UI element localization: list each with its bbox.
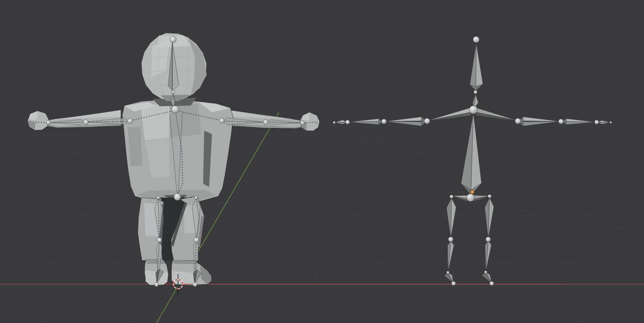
scene-shapes bbox=[0, 0, 644, 323]
joint-ball-toe-right bbox=[193, 282, 197, 287]
joint-ball-chest bbox=[172, 106, 179, 113]
joint-ball-head-top bbox=[170, 36, 176, 43]
armature2-joint-shoulder-right bbox=[515, 118, 521, 124]
armature2-joint-shoulder-left bbox=[424, 118, 430, 124]
armature2-joint-toe-left bbox=[451, 281, 456, 286]
joint-ball-neck bbox=[172, 91, 175, 94]
joint-ball-elbow-left bbox=[83, 120, 88, 125]
armature2-joint-chest bbox=[469, 106, 478, 114]
joint-ball-toe-left bbox=[154, 282, 159, 287]
joint-ball-hip-left bbox=[157, 196, 160, 199]
joint-ball-elbow-right bbox=[263, 120, 268, 125]
joint-ball-shoulder-right bbox=[219, 118, 224, 123]
joint-ball-hand-tip-right bbox=[316, 121, 318, 124]
armature2-joint-neck bbox=[474, 90, 477, 94]
joint-ball-hand-tip-left bbox=[34, 121, 36, 123]
joint-ball-shoulder-left bbox=[128, 119, 132, 124]
armature2-joint-head-top bbox=[473, 36, 479, 43]
joint-ball-wrist-left bbox=[46, 120, 51, 125]
blender-3d-viewport[interactable] bbox=[0, 0, 644, 323]
scene-svg bbox=[0, 0, 644, 323]
armature2-joint-ankle-left bbox=[447, 271, 449, 274]
armature2-joint-hip-right bbox=[488, 195, 491, 198]
armature2-joint-knee-right bbox=[486, 237, 491, 242]
joint-ball-wrist-right bbox=[300, 121, 305, 125]
armature2-joint-toe-right bbox=[490, 281, 494, 286]
joint-ball-knee-left bbox=[157, 238, 162, 243]
armature2-origin-dot bbox=[471, 190, 474, 194]
joint-ball-hip-right bbox=[195, 196, 198, 199]
armature2-joint-elbow-right bbox=[559, 119, 563, 124]
character-foot-left-top-shade bbox=[146, 259, 165, 264]
armature2-joint-wrist-left bbox=[345, 120, 350, 124]
armature2-joint-wrist-right bbox=[595, 120, 599, 124]
armature2-joint-hand-tip-right bbox=[610, 121, 612, 124]
armature2-joint-ankle-right bbox=[484, 271, 487, 274]
armature2-joint-pelvis bbox=[467, 194, 474, 202]
armature2-joint-elbow-left bbox=[382, 119, 386, 124]
armature2-joint-knee-left bbox=[448, 237, 453, 242]
joint-ball-knee-right bbox=[194, 238, 199, 243]
armature2-joint-hip-left bbox=[450, 195, 453, 198]
armature2-joint-hand-tip-left bbox=[333, 121, 336, 124]
joint-ball-pelvis bbox=[174, 193, 181, 201]
